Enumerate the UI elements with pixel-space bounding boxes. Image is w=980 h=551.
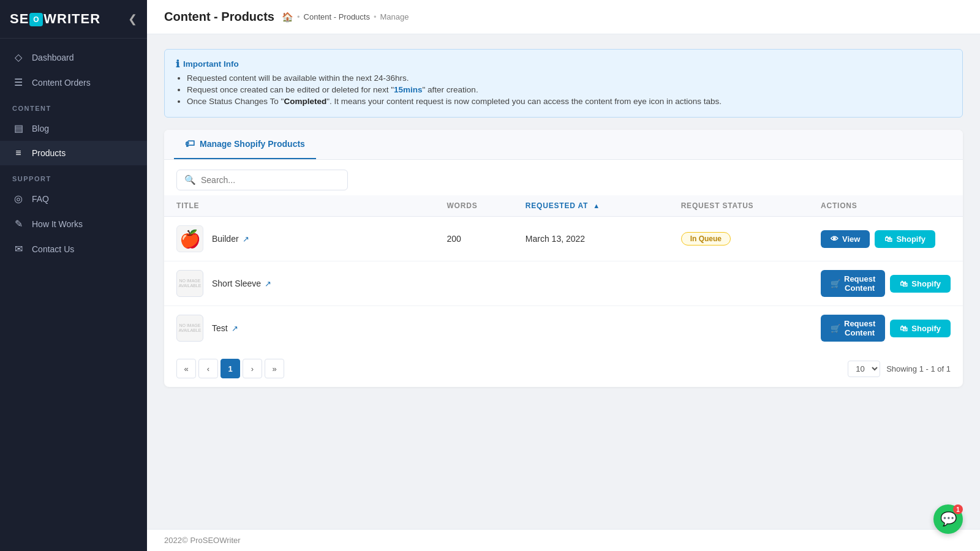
cell-date-test [513,306,669,351]
breadcrumb: 🏠 • Content - Products • Manage [282,12,409,23]
shopify-icon: 🛍 [884,234,892,244]
search-input[interactable] [201,175,340,185]
search-bar: 🔍 [164,160,963,195]
shopify-button[interactable]: 🛍 Shopify [875,230,935,248]
tab-label: Manage Shopify Products [200,139,305,149]
sidebar: SEOWRITER ❮ ◇ Dashboard ☰ Content Orders… [0,0,147,551]
col-request-status: REQUEST STATUS [669,195,809,217]
info-box-header: ℹ Important Info [176,58,951,70]
page-last-button[interactable]: » [265,359,284,378]
sidebar-item-label: How It Works [32,219,83,229]
per-page-select[interactable]: 10 20 50 [848,361,880,377]
sidebar-item-label: Products [32,148,66,158]
request-content-button[interactable]: 🛒 Request Content [821,270,885,297]
col-title: TITLE [164,195,434,217]
page-1-button[interactable]: 1 [221,359,240,378]
main-content: Content - Products 🏠 • Content - Product… [147,0,980,551]
faq-icon: ◎ [12,193,24,204]
page-next-button[interactable]: › [243,359,262,378]
sidebar-item-dashboard[interactable]: ◇ Dashboard [0,45,147,70]
chat-badge: 1 [953,504,963,514]
products-card: 🏷 Manage Shopify Products 🔍 TITLE WORDS [164,130,963,387]
status-badge-inqueue: In Queue [681,232,731,246]
breadcrumb-sep2: • [374,12,377,21]
shopify-button[interactable]: 🛍 Shopify [890,275,951,293]
showing-label: Showing 1 - 1 of 1 [886,364,951,373]
col-actions: ACTIONS [809,195,963,217]
table-header: TITLE WORDS REQUESTED AT ▲ REQUEST STATU… [164,195,963,217]
footer-brand: ProSEOWriter [190,536,241,545]
page-body: ℹ Important Info Requested content will … [147,34,980,529]
cell-actions-test: 🛒 Request Content 🛍 Shopify [809,306,963,351]
shopify-icon: 🛍 [900,324,908,333]
external-link-icon[interactable]: ↗ [265,279,271,288]
pagination-info: 10 20 50 Showing 1 - 1 of 1 [848,361,951,377]
sidebar-nav: ◇ Dashboard ☰ Content Orders CONTENT ▤ B… [0,39,147,551]
breadcrumb-content-products: Content - Products [304,12,370,21]
shopify-button[interactable]: 🛍 Shopify [890,320,951,337]
view-button[interactable]: 👁 View [821,230,870,248]
eye-icon: 👁 [831,234,839,244]
sidebar-item-products[interactable]: ≡ Products [0,141,147,165]
request-content-button[interactable]: 🛒 Request Content [821,315,885,342]
product-name-builder: Builder ↗ [212,234,249,244]
diamond-icon: ◇ [12,51,24,63]
products-icon: ≡ [12,148,24,159]
breadcrumb-manage: Manage [380,12,409,21]
info-box-item-1: Requested content will be available with… [187,73,951,83]
products-table: TITLE WORDS REQUESTED AT ▲ REQUEST STATU… [164,195,963,350]
external-link-icon[interactable]: ↗ [243,234,249,244]
pagination: « ‹ 1 › » [176,359,284,378]
external-link-icon[interactable]: ↗ [232,324,238,333]
cell-words-short-sleeve [434,261,513,306]
product-image-test: NO IMAGEAVAILABLE [176,315,203,342]
page-prev-button[interactable]: ‹ [198,359,218,378]
search-icon: 🔍 [184,174,196,186]
cell-status-test [669,306,809,351]
logo-text: SEOWRITER [10,11,100,27]
cell-words-builder: 200 [434,217,513,261]
product-name-test: Test ↗ [212,323,238,333]
product-image-builder: 🍎 [176,225,203,252]
chat-bubble[interactable]: 💬 1 [933,504,963,534]
sidebar-item-content-orders[interactable]: ☰ Content Orders [0,70,147,95]
cell-date-builder: March 13, 2022 [513,217,669,261]
sidebar-collapse-button[interactable]: ❮ [128,12,137,26]
table-row: NO IMAGEAVAILABLE Short Sleeve ↗ [164,261,963,306]
info-box: ℹ Important Info Requested content will … [164,49,963,118]
footer-year: 2022© [164,536,188,545]
page-title: Content - Products [164,10,274,24]
table-body: 🍎 Builder ↗ 200 March 13, 2022 In [164,217,963,351]
cell-status-builder: In Queue [669,217,809,261]
sidebar-item-label: Content Orders [32,78,91,88]
contact-icon: ✉ [12,243,24,255]
sidebar-item-label: Dashboard [32,53,74,62]
sidebar-item-faq[interactable]: ◎ FAQ [0,186,147,211]
orders-icon: ☰ [12,77,24,88]
sidebar-item-contact-us[interactable]: ✉ Contact Us [0,236,147,261]
cart-icon: 🛒 [831,279,840,288]
sidebar-item-how-it-works[interactable]: ✎ How It Works [0,211,147,236]
sort-icon: ▲ [593,202,600,209]
cell-title: NO IMAGEAVAILABLE Short Sleeve ↗ [164,261,434,306]
table-row: 🍎 Builder ↗ 200 March 13, 2022 In [164,217,963,261]
tab-manage-shopify[interactable]: 🏷 Manage Shopify Products [174,130,316,159]
cart-icon: 🛒 [831,324,840,333]
home-icon: 🏠 [282,12,293,23]
info-icon: ℹ [176,58,179,70]
cell-status-short-sleeve [669,261,809,306]
product-name-short-sleeve: Short Sleeve ↗ [212,279,271,288]
cell-actions-short-sleeve: 🛒 Request Content 🛍 Shopify [809,261,963,306]
sidebar-item-label: FAQ [32,194,49,204]
shopify-icon: 🛍 [900,279,908,288]
sidebar-section-content: CONTENT [0,95,147,116]
info-box-item-3: Once Status Changes To "Completed". It m… [187,97,951,106]
page-first-button[interactable]: « [176,359,196,378]
cell-actions-builder: 👁 View 🛍 Shopify [809,217,963,261]
search-input-wrap: 🔍 [176,170,348,190]
blog-icon: ▤ [12,122,24,134]
sidebar-section-support: SUPPORT [0,165,147,186]
tab-bar: 🏷 Manage Shopify Products [164,130,963,160]
col-requested-at[interactable]: REQUESTED AT ▲ [513,195,669,217]
sidebar-item-blog[interactable]: ▤ Blog [0,116,147,141]
